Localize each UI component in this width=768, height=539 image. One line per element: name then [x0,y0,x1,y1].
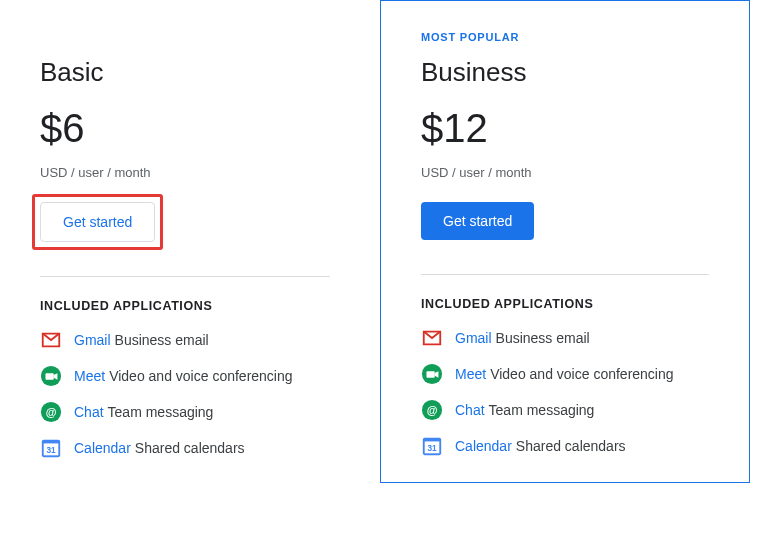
svg-text:@: @ [427,404,438,416]
app-link[interactable]: Chat [74,404,104,420]
svg-rect-8 [427,371,435,377]
app-desc: Video and voice conferencing [490,366,673,382]
app-desc: Business email [496,330,590,346]
chat-icon: @ [40,401,62,423]
app-row-calendar: 31 Calendar Shared calendars [421,435,709,457]
apps-section-title: INCLUDED APPLICATIONS [421,297,709,311]
app-desc: Shared calendars [516,438,626,454]
divider [421,274,709,275]
plan-price-desc: USD / user / month [421,165,709,180]
app-desc: Team messaging [108,404,214,420]
app-link[interactable]: Chat [455,402,485,418]
app-desc: Video and voice conferencing [109,368,292,384]
app-desc: Team messaging [489,402,595,418]
app-link[interactable]: Gmail [455,330,492,346]
plan-card-basic: Basic $6 USD / user / month Get started … [0,0,370,483]
app-desc: Shared calendars [135,440,245,456]
app-row-chat: @ Chat Team messaging [421,399,709,421]
meet-icon [40,365,62,387]
app-row-chat: @ Chat Team messaging [40,401,330,423]
most-popular-badge: MOST POPULAR [421,31,709,43]
plan-price-desc: USD / user / month [40,165,330,180]
app-link[interactable]: Calendar [455,438,512,454]
divider [40,276,330,277]
app-row-meet: Meet Video and voice conferencing [40,365,330,387]
app-desc: Business email [115,332,209,348]
chat-icon: @ [421,399,443,421]
calendar-icon: 31 [40,437,62,459]
meet-icon [421,363,443,385]
app-row-calendar: 31 Calendar Shared calendars [40,437,330,459]
svg-text:@: @ [46,406,57,418]
app-row-gmail: Gmail Business email [40,329,330,351]
svg-rect-1 [46,373,54,379]
plan-price: $6 [40,106,330,151]
plan-card-business: MOST POPULAR Business $12 USD / user / m… [380,0,750,483]
gmail-icon [40,329,62,351]
app-link[interactable]: Gmail [74,332,111,348]
gmail-icon [421,327,443,349]
app-link[interactable]: Calendar [74,440,131,456]
svg-text:31: 31 [427,444,437,453]
app-row-gmail: Gmail Business email [421,327,709,349]
calendar-icon: 31 [421,435,443,457]
get-started-button-basic[interactable]: Get started [40,202,155,242]
get-started-button-business[interactable]: Get started [421,202,534,240]
plan-name: Basic [40,57,330,88]
svg-text:31: 31 [46,446,56,455]
apps-section-title: INCLUDED APPLICATIONS [40,299,330,313]
app-link[interactable]: Meet [455,366,486,382]
app-link[interactable]: Meet [74,368,105,384]
plan-price: $12 [421,106,709,151]
app-row-meet: Meet Video and voice conferencing [421,363,709,385]
plan-name: Business [421,57,709,88]
